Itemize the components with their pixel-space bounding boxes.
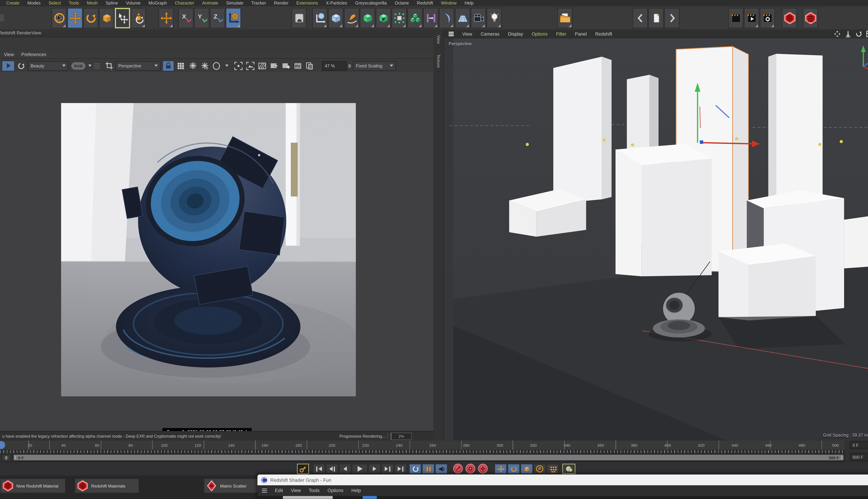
menubar-item-select[interactable]: Select xyxy=(45,1,65,5)
play-button[interactable] xyxy=(352,464,368,474)
copy-button[interactable] xyxy=(304,60,315,71)
pv-button[interactable]: PV xyxy=(292,60,303,71)
render-view-button[interactable] xyxy=(728,8,743,28)
menubar-item-render[interactable]: Render xyxy=(270,1,292,5)
measure-button[interactable] xyxy=(423,8,439,28)
open-file-button[interactable] xyxy=(557,8,573,28)
snapshot-auto-button[interactable]: G xyxy=(199,60,210,71)
move-tool-button[interactable] xyxy=(67,8,83,28)
coordinate-system-button[interactable] xyxy=(226,8,241,28)
checker-button[interactable] xyxy=(257,60,268,71)
record-position-button[interactable] xyxy=(453,464,463,473)
menubar-item-help[interactable]: Help xyxy=(461,1,478,5)
start-render-button[interactable] xyxy=(2,60,15,71)
timeline-range-fill[interactable]: 0 F 500 F xyxy=(14,455,844,460)
hamburger-icon[interactable] xyxy=(262,488,267,493)
menubar-item-animate[interactable]: Animate xyxy=(198,1,222,5)
redshift-material-list-button[interactable] xyxy=(803,8,818,28)
viewport-menu-filter[interactable]: Filter xyxy=(556,32,566,36)
render-settings-button[interactable] xyxy=(760,8,775,28)
pan-icon[interactable] xyxy=(834,31,841,37)
pen-spline-button[interactable] xyxy=(344,8,359,28)
goto-end-button[interactable] xyxy=(394,464,407,474)
scaling-dropdown[interactable]: Fixed Scaling xyxy=(353,61,396,70)
menubar-item-mesh[interactable]: Mesh xyxy=(83,1,102,5)
timeline-ruler[interactable]: 2040608010012014016018020022024026028030… xyxy=(0,440,845,450)
undo-button[interactable] xyxy=(632,8,648,28)
record-rotation-button[interactable] xyxy=(466,464,475,473)
solo-button[interactable] xyxy=(562,464,575,474)
prev-frame-button[interactable] xyxy=(339,464,351,474)
sky-button[interactable] xyxy=(439,8,454,28)
layout-document-button[interactable] xyxy=(649,8,664,28)
next-frame-button[interactable] xyxy=(368,464,381,474)
lock-camera-button[interactable] xyxy=(163,60,174,71)
scale-tool-button[interactable] xyxy=(99,8,114,28)
viewport-menu-options[interactable]: Options xyxy=(531,32,548,36)
redshift-materials-button[interactable]: Redshift Materials xyxy=(75,478,139,493)
lock-x-axis-button[interactable]: X xyxy=(178,8,193,28)
menubar-item-volume[interactable]: Volume xyxy=(122,1,144,5)
sound-button[interactable] xyxy=(435,464,448,474)
redshift-material-button[interactable] xyxy=(782,8,797,28)
new-redshift-material-button[interactable]: New Redshift Material xyxy=(0,478,66,493)
snapshot-button[interactable] xyxy=(187,60,198,71)
dither-button[interactable] xyxy=(92,60,102,71)
menubar-item-redshift[interactable]: Redshift xyxy=(413,1,437,5)
shader-menu-tools[interactable]: Tools xyxy=(309,488,319,493)
menubar-item-octane[interactable]: Octane xyxy=(391,1,413,5)
viewport-menu-view[interactable]: View xyxy=(462,32,472,36)
viewport-menu-redshift[interactable]: Redshift xyxy=(595,32,612,36)
shader-menu-options[interactable]: Options xyxy=(327,488,343,493)
next-key-button[interactable] xyxy=(381,464,394,474)
chevron-down-icon[interactable] xyxy=(88,65,92,67)
make-editable-button[interactable] xyxy=(291,8,306,28)
chevron-down-icon[interactable] xyxy=(225,65,229,67)
side-tab-view[interactable]: View xyxy=(436,32,441,48)
shader-menu-edit[interactable]: Edit xyxy=(275,488,283,493)
active-move-tool-button[interactable] xyxy=(115,8,130,28)
viewport-menu-panel[interactable]: Panel xyxy=(575,32,587,36)
key-pla-button[interactable] xyxy=(546,464,559,474)
zoom-field[interactable]: 47 % xyxy=(322,61,347,70)
menubar-item-character[interactable]: Character xyxy=(171,1,198,5)
focus-dot-button[interactable] xyxy=(233,60,244,71)
matrix-scatter-button[interactable]: Matrix Scatter xyxy=(204,478,258,493)
menubar-item-extensions[interactable]: Extensions xyxy=(292,1,322,5)
subdivision-surface-button[interactable] xyxy=(360,8,375,28)
timeline-keyframe-strip[interactable] xyxy=(0,450,845,453)
loop-button[interactable] xyxy=(409,464,422,474)
floor-button[interactable] xyxy=(455,8,470,28)
live-selection-button[interactable] xyxy=(52,8,67,28)
simulate-tool-button[interactable] xyxy=(131,8,146,28)
lock-z-axis-button[interactable]: Z xyxy=(210,8,225,28)
timeline-stepper[interactable] xyxy=(2,454,11,461)
axes-workplane-button[interactable] xyxy=(312,8,328,28)
record-keyframe-button[interactable] xyxy=(297,464,309,474)
side-tab-texture[interactable]: Texture xyxy=(436,51,441,72)
lock-y-axis-button[interactable]: Y xyxy=(194,8,209,28)
shader-window-content[interactable] xyxy=(257,496,868,499)
menubar-item-tools[interactable]: Tools xyxy=(65,1,83,5)
restart-render-button[interactable] xyxy=(16,60,27,71)
crop-button[interactable] xyxy=(104,60,114,71)
menubar-item-create[interactable]: Create xyxy=(2,1,23,5)
aov-dropdown[interactable]: Beauty xyxy=(28,61,68,70)
menubar-item-modes[interactable]: Modes xyxy=(23,1,45,5)
maximize-icon[interactable] xyxy=(866,31,868,37)
rotate-tool-button[interactable] xyxy=(83,8,98,28)
goto-start-button[interactable] xyxy=(313,464,325,474)
orbit-icon[interactable] xyxy=(855,31,862,37)
extrude-button[interactable] xyxy=(376,8,391,28)
renderview-menu-view[interactable]: View xyxy=(4,52,14,57)
menubar-item-mograph[interactable]: MoGraph xyxy=(144,1,171,5)
move-alt-button[interactable] xyxy=(158,8,174,28)
viewport-camera-label[interactable]: Perspective xyxy=(449,41,472,46)
prev-key-button[interactable] xyxy=(326,464,338,474)
keyframe-bars-button[interactable] xyxy=(422,464,435,474)
dolly-icon[interactable] xyxy=(845,31,852,37)
timeline-range-slider[interactable]: 0 F 500 F xyxy=(13,453,845,461)
rgb-channel-button[interactable]: RGB xyxy=(71,62,86,69)
current-frame-field[interactable]: 0 F xyxy=(850,441,868,449)
null-object-button[interactable] xyxy=(391,8,407,28)
